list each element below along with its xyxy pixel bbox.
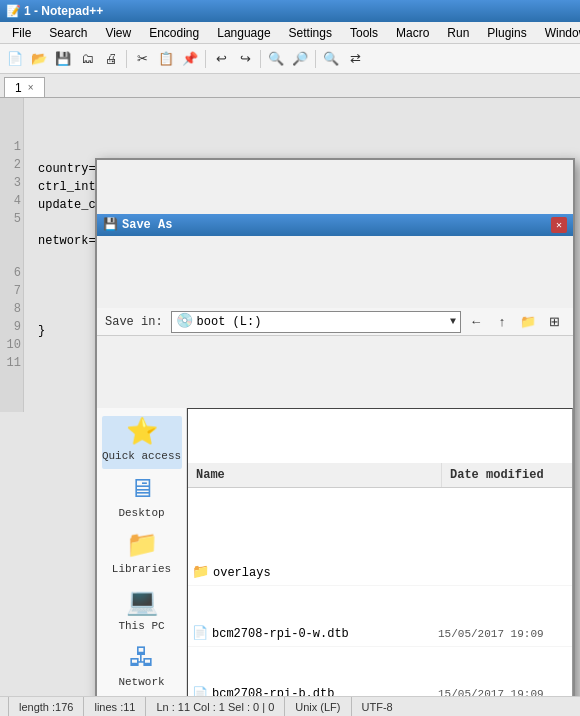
menu-bar: File Search View Encoding Language Setti… [0,22,580,44]
list-item[interactable]: 📄 bcm2708-rpi-b.dtb 15/05/2017 19:09 [188,683,572,697]
list-item[interactable]: 📄 bcm2708-rpi-0-w.dtb 15/05/2017 19:09 [188,622,572,647]
sidebar-label-this-pc: This PC [118,618,164,635]
file-name: bcm2708-rpi-0-w.dtb [212,625,438,643]
col-name[interactable]: Name [188,463,442,487]
save-button[interactable]: 💾 [52,48,74,70]
filelist-header: Name Date modified [188,463,572,488]
menu-search[interactable]: Search [41,24,95,42]
list-item[interactable]: 📁 overlays [188,560,572,586]
redo-button[interactable]: ↪ [234,48,256,70]
save-in-combo[interactable]: 💿 boot (L:) ▼ [171,311,461,333]
status-lines-value: 11 [123,701,135,713]
menu-tools[interactable]: Tools [342,24,386,42]
toolbar: 📄 📂 💾 🗂 🖨 ✂ 📋 📌 ↩ ↪ 🔍 🔎 🔍 ⇄ [0,44,580,74]
save-all-button[interactable]: 🗂 [76,48,98,70]
toolbar-separator-1 [126,50,127,68]
status-encoding: UTF-8 [352,697,403,716]
dialog-toolbar: Save in: 💿 boot (L:) ▼ ← ↑ 📁 ⊞ [97,308,573,336]
toolbar-separator-3 [260,50,261,68]
file-date: 15/05/2017 19:09 [438,686,568,696]
open-button[interactable]: 📂 [28,48,50,70]
tab-close-button[interactable]: × [28,82,34,93]
folder-icon: 📁 [192,562,209,583]
sidebar-label-network: Network [118,674,164,691]
menu-macro[interactable]: Macro [388,24,437,42]
sidebar-item-desktop[interactable]: 🖥 Desktop [102,473,182,526]
menu-file[interactable]: File [4,24,39,42]
save-in-label: Save in: [105,313,163,331]
nav-back-button[interactable]: ← [465,311,487,333]
nav-up-button[interactable]: ↑ [491,311,513,333]
status-encoding-value: UTF-8 [362,701,393,713]
undo-button[interactable]: ↩ [210,48,232,70]
sidebar-label-libraries: Libraries [112,561,171,578]
status-length-value: 176 [55,701,73,713]
status-length: length : 176 [8,697,84,716]
new-button[interactable]: 📄 [4,48,26,70]
zoom-out-button[interactable]: 🔎 [289,48,311,70]
combo-arrow-icon: ▼ [450,314,456,329]
menu-settings[interactable]: Settings [281,24,340,42]
menu-encoding[interactable]: Encoding [141,24,207,42]
dialog-filelist[interactable]: Name Date modified 📁 overlays 📄 bcm2708-… [187,408,573,696]
copy-button[interactable]: 📋 [155,48,177,70]
tab-bar: 1 × [0,74,580,98]
main-content: 12345 67891011 country=UK ctrl_interface… [0,98,580,696]
menu-window[interactable]: Window [537,24,580,42]
drive-icon: 💿 [176,311,193,332]
menu-run[interactable]: Run [439,24,477,42]
toolbar-separator-2 [205,50,206,68]
status-bar: length : 176 lines : 11 Ln : 11 Col : 1 … [0,696,580,716]
network-icon: 🖧 [129,646,155,672]
file-icon: 📄 [192,624,208,644]
this-pc-icon: 💻 [126,590,158,616]
app-icon: 📝 [6,4,20,18]
menu-language[interactable]: Language [209,24,278,42]
toolbar-separator-4 [315,50,316,68]
status-line-ending-value: Unix (LF) [295,701,340,713]
libraries-icon: 📁 [126,533,158,559]
tab-label: 1 [15,81,22,95]
save-as-dialog: 💾 Save As ✕ Save in: 💿 boot (L:) ▼ ← ↑ 📁… [95,158,575,696]
find-button[interactable]: 🔍 [320,48,342,70]
file-date: 15/05/2017 19:09 [438,626,568,643]
dialog-titlebar: 💾 Save As ✕ [97,214,573,236]
status-line-ending: Unix (LF) [285,697,351,716]
zoom-in-button[interactable]: 🔍 [265,48,287,70]
sidebar-item-network[interactable]: 🖧 Network [102,642,182,695]
status-lines: lines : 11 [84,697,146,716]
quick-access-icon: ⭐ [126,420,158,446]
menu-plugins[interactable]: Plugins [479,24,534,42]
status-position: Ln : 11 Col : 1 Sel : 0 | 0 [146,697,285,716]
nav-view-button[interactable]: ⊞ [543,311,565,333]
title-bar: 📝 1 - Notepad++ [0,0,580,22]
file-name: overlays [213,564,438,582]
sidebar-item-this-pc[interactable]: 💻 This PC [102,586,182,639]
print-button[interactable]: 🖨 [100,48,122,70]
nav-new-folder-button[interactable]: 📁 [517,311,539,333]
status-position-value: Ln : 11 Col : 1 Sel : 0 | 0 [156,701,274,713]
desktop-icon: 🖥 [129,477,155,503]
sidebar-item-quick-access[interactable]: ⭐ Quick access [102,416,182,469]
file-name: bcm2708-rpi-b.dtb [212,685,438,696]
paste-button[interactable]: 📌 [179,48,201,70]
save-in-value: boot (L:) [197,313,262,331]
dialog-icon: 💾 [103,216,118,234]
tab-1[interactable]: 1 × [4,77,45,97]
menu-view[interactable]: View [97,24,139,42]
dialog-close-button[interactable]: ✕ [551,217,567,233]
window-title: 1 - Notepad++ [24,4,103,18]
sidebar-label-desktop: Desktop [118,505,164,522]
dialog-sidebar: ⭐ Quick access 🖥 Desktop 📁 Libraries 💻 T… [97,408,187,696]
replace-button[interactable]: ⇄ [344,48,366,70]
dialog-title: Save As [122,216,172,234]
sidebar-item-libraries[interactable]: 📁 Libraries [102,529,182,582]
editor-area[interactable]: 12345 67891011 country=UK ctrl_interface… [0,98,580,696]
dialog-body: ⭐ Quick access 🖥 Desktop 📁 Libraries 💻 T… [97,408,573,696]
cut-button[interactable]: ✂ [131,48,153,70]
col-date[interactable]: Date modified [442,463,572,487]
file-icon: 📄 [192,685,208,697]
sidebar-label-quick-access: Quick access [102,448,181,465]
